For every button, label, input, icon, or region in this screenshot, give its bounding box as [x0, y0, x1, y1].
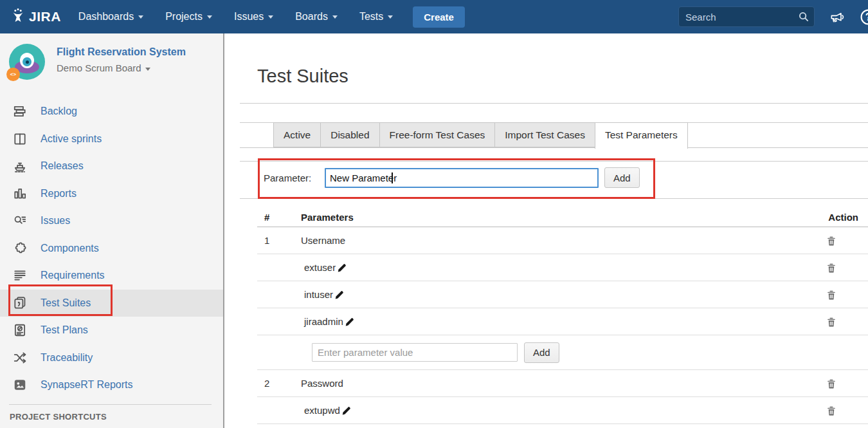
chevron-down-icon	[207, 15, 212, 19]
jira-logo-icon	[10, 8, 26, 26]
param-group-name: Password	[294, 378, 823, 389]
navbar-menu-boards[interactable]: Boards	[284, 0, 348, 33]
parameter-input[interactable]	[325, 168, 599, 188]
param-value: intuser	[294, 289, 823, 300]
param-value: extuser	[294, 262, 823, 273]
sidebar-item-label: Reports	[41, 188, 77, 200]
add-value-button[interactable]: Add	[524, 342, 559, 363]
search-box	[678, 6, 815, 27]
sidebar-item-requirements[interactable]: Requirements	[0, 262, 223, 290]
sidebar-item-releases[interactable]: Releases	[0, 153, 223, 180]
help-icon[interactable]: ?	[860, 8, 868, 26]
sidebar-item-traceability[interactable]: Traceability	[0, 344, 223, 372]
delete-trash-icon[interactable]	[827, 263, 836, 273]
edit-pencil-icon[interactable]	[343, 316, 354, 327]
sidebar-item-label: Test Plans	[41, 324, 88, 336]
navbar-menu-dashboards[interactable]: Dashboards	[68, 0, 154, 33]
form-bottom-rule	[240, 198, 868, 199]
sidebar-divider	[9, 404, 212, 405]
sidebar-item-backlog[interactable]: Backlog	[0, 98, 223, 126]
add-parameter-button[interactable]: Add	[604, 167, 640, 188]
table-row-value: jiraadmin	[257, 308, 868, 335]
text-cursor	[392, 172, 393, 183]
sidebar-item-synapsert-reports[interactable]: SynapseRT Reports	[0, 371, 223, 399]
tab-import-test-cases[interactable]: Import Test Cases	[494, 122, 595, 147]
delete-trash-icon[interactable]	[827, 317, 836, 327]
sidebar-item-label: Backlog	[41, 106, 77, 117]
navbar-menu-issues[interactable]: Issues	[223, 0, 284, 33]
releases-icon	[12, 159, 28, 173]
board-switcher[interactable]: Demo Scrum Board	[57, 62, 186, 73]
table-row-add-value: Add	[257, 335, 868, 370]
sidebar-item-label: Test Suites	[41, 297, 91, 309]
chevron-down-icon	[268, 15, 273, 19]
delete-trash-icon[interactable]	[827, 290, 836, 300]
parameter-form: Parameter: Add	[226, 161, 868, 198]
param-number: 2	[257, 378, 294, 389]
traceability-icon	[12, 351, 28, 365]
header-number: #	[257, 212, 294, 223]
jira-logo[interactable]: JIRA	[0, 8, 68, 26]
edit-pencil-icon[interactable]	[336, 262, 347, 273]
project-avatar[interactable]: <>	[9, 44, 45, 80]
megaphone-icon[interactable]	[829, 8, 845, 25]
sidebar-item-reports[interactable]: Reports	[0, 180, 223, 208]
param-value: jiraadmin	[294, 316, 823, 327]
page-title: Test Suites	[257, 66, 348, 87]
chevron-down-icon	[145, 68, 150, 71]
active-sprints-icon	[12, 132, 28, 146]
create-button[interactable]: Create	[413, 6, 465, 28]
jira-logo-text: JIRA	[29, 9, 61, 24]
navbar-menu-tests[interactable]: Tests	[348, 0, 404, 33]
navbar-menu-projects[interactable]: Projects	[154, 0, 223, 33]
software-project-badge: <>	[6, 68, 20, 81]
tab-active[interactable]: Active	[273, 122, 321, 147]
sidebar-item-components[interactable]: Components	[0, 235, 223, 263]
table-row-group: 2 Password	[257, 370, 868, 397]
sidebar-item-test-plans[interactable]: Test Plans	[0, 317, 223, 344]
reports-icon	[12, 187, 28, 201]
svg-text:?: ?	[865, 12, 868, 23]
param-value-input[interactable]	[312, 343, 518, 362]
synapsert-reports-icon	[12, 378, 28, 392]
chevron-down-icon	[332, 15, 338, 19]
edit-pencil-icon[interactable]	[340, 405, 351, 416]
table-row-value: extuser	[257, 254, 868, 281]
search-icon[interactable]	[798, 11, 809, 25]
tab-test-parameters[interactable]: Test Parameters	[595, 122, 688, 149]
title-divider	[240, 103, 868, 104]
sidebar-item-active-sprints[interactable]: Active sprints	[0, 126, 223, 153]
components-icon	[12, 241, 28, 256]
sidebar-item-label: Traceability	[41, 352, 93, 364]
project-name-link[interactable]: Flight Reservation System	[57, 46, 186, 58]
chevron-down-icon	[388, 15, 393, 19]
project-shortcuts-header: PROJECT SHORTCUTS	[10, 412, 107, 422]
tab-free-form-test-cases[interactable]: Free-form Test Cases	[379, 122, 496, 147]
tab-disabled[interactable]: Disabled	[320, 122, 379, 147]
sidebar: <> Flight Reservation System Demo Scrum …	[0, 33, 224, 428]
delete-trash-icon[interactable]	[827, 236, 836, 246]
edit-pencil-icon[interactable]	[333, 289, 344, 300]
delete-trash-icon[interactable]	[827, 378, 836, 389]
table-row-value: intuser	[257, 281, 868, 308]
sidebar-item-label: Releases	[41, 160, 84, 172]
sidebar-item-label: Active sprints	[41, 133, 102, 145]
table-header-row: # Parameters Action	[257, 207, 868, 227]
requirements-icon	[12, 268, 28, 283]
main-content: Test Suites ActiveDisabledFree-form Test…	[226, 33, 868, 428]
delete-trash-icon[interactable]	[827, 405, 836, 416]
param-group-name: Username	[294, 235, 823, 246]
parameters-table: # Parameters Action 1 Username extuser i…	[257, 207, 868, 424]
sidebar-item-test-suites[interactable]: Test Suites	[0, 290, 223, 317]
search-input[interactable]	[678, 6, 815, 27]
sidebar-item-label: Components	[41, 243, 99, 254]
sidebar-item-label: SynapseRT Reports	[41, 379, 132, 391]
backlog-icon	[12, 104, 28, 118]
parameter-label: Parameter:	[264, 172, 311, 183]
header-action: Action	[823, 212, 868, 223]
sidebar-item-issues[interactable]: Issues	[0, 207, 223, 235]
param-number: 1	[257, 235, 294, 246]
table-row-group: 1 Username	[257, 227, 868, 254]
test-suites-icon	[12, 296, 28, 310]
issues-icon	[12, 214, 28, 228]
